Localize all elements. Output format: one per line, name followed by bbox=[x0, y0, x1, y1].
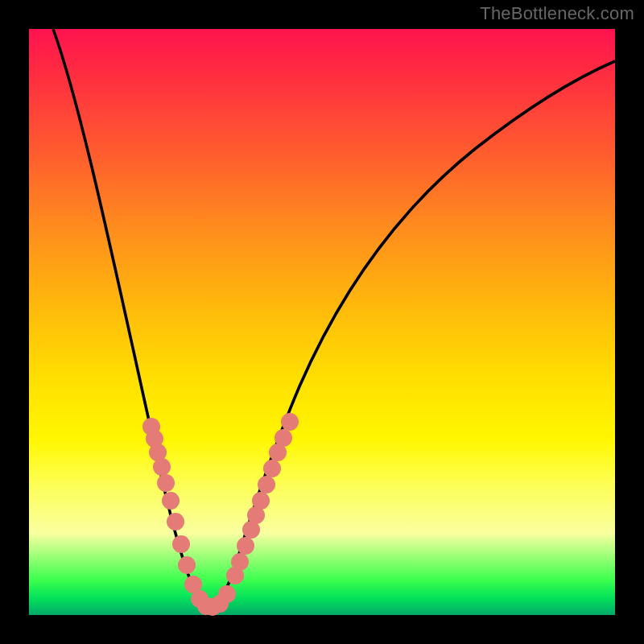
watermark-text: TheBottleneck.com bbox=[480, 3, 634, 24]
data-marker bbox=[252, 492, 270, 510]
data-marker bbox=[178, 556, 196, 574]
data-marker bbox=[167, 513, 184, 530]
data-marker bbox=[153, 458, 171, 476]
chart-svg bbox=[0, 0, 644, 644]
data-marker bbox=[263, 460, 281, 477]
data-marker bbox=[237, 537, 254, 555]
data-marker bbox=[157, 474, 175, 492]
data-marker bbox=[275, 429, 292, 447]
chart-curve-group bbox=[53, 29, 615, 608]
data-marker bbox=[162, 492, 180, 510]
data-marker bbox=[172, 535, 190, 553]
data-marker bbox=[218, 585, 236, 603]
data-marker bbox=[231, 553, 249, 571]
data-marker bbox=[258, 476, 275, 493]
bottleneck-curve bbox=[53, 29, 615, 608]
data-marker bbox=[281, 413, 299, 431]
